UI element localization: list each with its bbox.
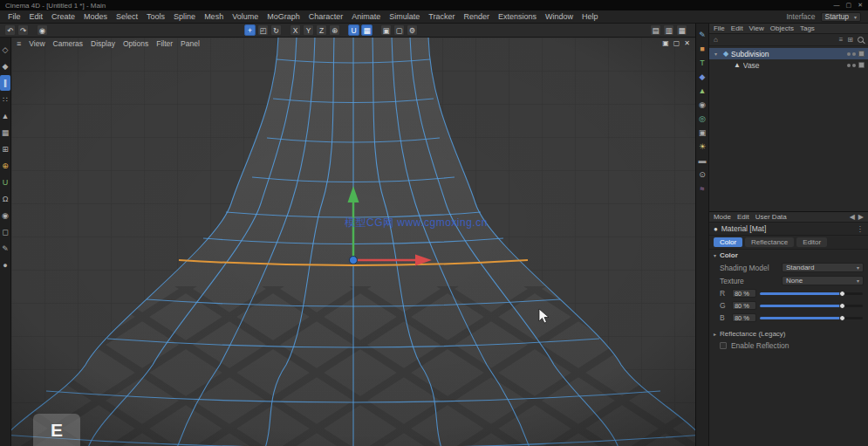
spline-pen-icon[interactable]: ✎ (696, 29, 707, 40)
menu-item[interactable]: Volume (228, 12, 263, 21)
toolbar-icon[interactable] (342, 24, 346, 36)
layout-icon-2[interactable]: ▥ (663, 24, 674, 36)
coord-system-icon[interactable]: ⊕ (329, 24, 340, 36)
live-selection-icon[interactable]: ◉ (37, 24, 48, 36)
toolbar-icon[interactable] (31, 24, 35, 36)
viewport-menu-item[interactable]: Options (123, 39, 148, 48)
bend-deformer-icon[interactable]: ≈ (696, 182, 707, 194)
panel-menu-item[interactable]: Objects (770, 24, 794, 32)
panel-menu-item[interactable]: Tags (800, 24, 815, 32)
reflectance-section-header[interactable]: ▸ Reflectance (Legacy) (709, 327, 868, 340)
render-picture-viewer-icon[interactable]: ▢ (393, 24, 405, 36)
scale-tool-icon[interactable]: ◰ (257, 24, 269, 36)
window-control-icon[interactable]: — (834, 2, 840, 9)
history-nav-icon[interactable]: ▶ (858, 213, 864, 221)
volume-icon[interactable]: ◉ (696, 99, 707, 110)
menu-item[interactable]: Modes (79, 12, 112, 21)
axis-z-icon[interactable]: Z (316, 24, 327, 36)
move-tool-icon[interactable]: + (244, 24, 256, 36)
quantize-icon[interactable]: Ω (0, 191, 10, 207)
measure-icon[interactable]: ● (0, 257, 10, 273)
slider-track[interactable] (760, 317, 863, 319)
layers-icon[interactable]: ⊞ (847, 36, 853, 44)
slider-value-field[interactable]: 80 % (732, 313, 756, 322)
snap-toggle-icon[interactable]: U (0, 175, 10, 190)
menu-item[interactable]: Simulate (385, 12, 424, 21)
camera-icon[interactable]: ▣ (696, 127, 707, 138)
expander-icon[interactable]: ▾ (714, 51, 721, 57)
texture-mode-icon[interactable]: ▦ (0, 125, 10, 141)
edge-mode-icon[interactable]: ∥ (0, 75, 10, 91)
menu-item[interactable]: Character (304, 12, 348, 21)
viewport-maximize-icon[interactable]: ▢ (673, 39, 680, 47)
annotate-icon[interactable]: ✎ (0, 241, 10, 257)
dropdown-select[interactable]: None ▾ (782, 276, 864, 285)
attribute-tab[interactable]: Color (714, 237, 742, 247)
slider-value-field[interactable]: 80 % (732, 289, 756, 298)
panel-menu-item[interactable]: Edit (737, 213, 749, 221)
panel-menu-item[interactable]: Mode (714, 213, 731, 221)
panel-menu-item[interactable]: File (714, 24, 725, 32)
viewport-menu-item[interactable]: Panel (181, 39, 200, 48)
attribute-tab[interactable]: Reflectance (745, 237, 794, 247)
toolbar-icon[interactable] (374, 24, 379, 36)
polygons-mode-icon[interactable]: ▲ (0, 108, 10, 124)
extrude-icon[interactable]: ▲ (696, 85, 707, 96)
viewport-close-icon[interactable]: ✕ (684, 39, 690, 47)
text-icon[interactable]: T (696, 57, 707, 68)
menu-item[interactable]: Tools (142, 12, 169, 21)
field-icon[interactable]: ◎ (696, 113, 707, 124)
Subdivision[interactable]: ▾ ◆ Subdivision (709, 48, 868, 59)
hamburger-icon[interactable]: ≡ (17, 39, 21, 48)
make-editable-icon[interactable]: ◇ (0, 42, 10, 58)
slider-value-field[interactable]: 80 % (732, 301, 756, 310)
menu-item[interactable]: Select (112, 12, 142, 21)
layout-icon-1[interactable]: ▤ (650, 24, 661, 36)
visibility-toggles[interactable] (847, 64, 856, 67)
checkbox[interactable] (720, 342, 727, 349)
scene-canvas[interactable] (11, 38, 695, 446)
slider-knob[interactable] (839, 291, 845, 297)
viewport[interactable]: ≡ ViewCamerasDisplayOptionsFilterPanel ▣… (11, 38, 695, 446)
menu-item[interactable]: Tracker (424, 12, 459, 21)
workplane-mode-icon[interactable]: ⊞ (0, 141, 10, 157)
axis-x-icon[interactable]: X (290, 24, 301, 36)
toolbar-icon[interactable] (284, 24, 288, 36)
panel-menu-item[interactable]: Edit (731, 24, 743, 32)
subdivision-surface-icon[interactable]: ◆ (696, 71, 707, 82)
gizmo-center-handle[interactable] (350, 257, 358, 264)
null-object-icon[interactable]: ⊙ (696, 168, 707, 180)
visibility-toggles[interactable] (847, 52, 856, 56)
menu-item[interactable]: Window (541, 12, 578, 21)
points-mode-icon[interactable]: ∷ (0, 92, 10, 107)
collapse-triangle-icon[interactable]: ▸ (714, 331, 716, 337)
viewport-menu-item[interactable]: Display (91, 39, 115, 48)
menu-item[interactable]: Animate (347, 12, 385, 21)
workplane-icon[interactable]: ▦ (361, 24, 372, 36)
layout-select[interactable]: Startup ▾ (821, 12, 861, 22)
viewport-pin-icon[interactable]: ▣ (662, 39, 669, 47)
window-control-icon[interactable]: ✕ (858, 2, 863, 9)
floor-icon[interactable]: ▬ (696, 154, 707, 166)
material-tag-icon[interactable] (858, 62, 865, 68)
undo-icon[interactable]: ↶ (4, 24, 16, 36)
search-icon[interactable] (858, 37, 864, 43)
collapse-triangle-icon[interactable]: ▾ (714, 252, 716, 258)
menu-item[interactable]: Edit (25, 12, 48, 21)
menu-item[interactable]: Spline (169, 12, 200, 21)
Vase[interactable]: ▲ Vase (709, 59, 868, 71)
menu-item[interactable]: Create (47, 12, 79, 21)
attribute-tab[interactable]: Editor (796, 237, 827, 247)
window-control-icon[interactable]: ▢ (846, 2, 852, 9)
viewport-filter-icon[interactable]: ◻ (0, 224, 10, 240)
dropdown-select[interactable]: Standard ▾ (782, 263, 864, 272)
layout-icon-3[interactable]: ▦ (676, 24, 687, 36)
viewport-menu-item[interactable]: Filter (156, 39, 173, 48)
slider-knob[interactable] (839, 315, 845, 321)
viewport-menu-item[interactable]: View (29, 39, 44, 48)
cube-icon[interactable]: ■ (696, 43, 707, 54)
menu-item[interactable]: Mesh (200, 12, 228, 21)
slider-track[interactable] (760, 292, 863, 295)
slider-knob[interactable] (839, 303, 845, 309)
rotate-tool-icon[interactable]: ↻ (270, 24, 282, 36)
